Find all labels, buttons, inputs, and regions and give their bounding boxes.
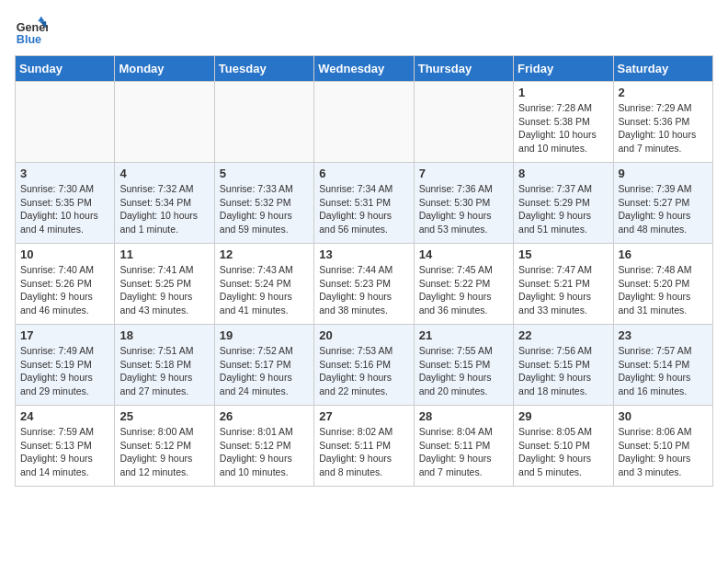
- day-info: Sunrise: 7:39 AM Sunset: 5:27 PM Dayligh…: [619, 182, 708, 236]
- day-number: 28: [419, 409, 508, 423]
- calendar-cell: [314, 82, 414, 163]
- svg-marker-2: [38, 17, 44, 21]
- day-number: 7: [419, 167, 508, 180]
- day-info: Sunrise: 8:00 AM Sunset: 5:12 PM Dayligh…: [119, 425, 209, 479]
- calendar-cell: 16Sunrise: 7:48 AM Sunset: 5:20 PM Dayli…: [613, 244, 712, 325]
- day-info: Sunrise: 7:55 AM Sunset: 5:15 PM Dayligh…: [419, 344, 508, 398]
- day-number: 5: [220, 167, 309, 180]
- day-number: 8: [518, 167, 608, 180]
- calendar-cell: 10Sunrise: 7:40 AM Sunset: 5:26 PM Dayli…: [16, 244, 115, 325]
- day-number: 4: [119, 167, 209, 180]
- calendar-cell: 8Sunrise: 7:37 AM Sunset: 5:29 PM Daylig…: [514, 163, 613, 244]
- weekday-header: Saturday: [613, 56, 712, 82]
- day-number: 6: [319, 167, 408, 180]
- calendar-cell: 25Sunrise: 8:00 AM Sunset: 5:12 PM Dayli…: [115, 406, 214, 487]
- day-number: 2: [619, 86, 708, 99]
- day-number: 22: [518, 328, 608, 342]
- day-info: Sunrise: 7:49 AM Sunset: 5:19 PM Dayligh…: [20, 344, 109, 398]
- day-number: 10: [20, 247, 109, 261]
- day-info: Sunrise: 7:37 AM Sunset: 5:29 PM Dayligh…: [518, 182, 608, 236]
- day-number: 17: [20, 328, 109, 342]
- day-number: 16: [619, 247, 708, 261]
- day-info: Sunrise: 7:32 AM Sunset: 5:34 PM Dayligh…: [119, 182, 209, 236]
- day-number: 9: [619, 167, 708, 180]
- day-info: Sunrise: 7:30 AM Sunset: 5:35 PM Dayligh…: [20, 182, 109, 236]
- calendar-cell: 18Sunrise: 7:51 AM Sunset: 5:18 PM Dayli…: [115, 325, 214, 406]
- calendar-cell: 26Sunrise: 8:01 AM Sunset: 5:12 PM Dayli…: [214, 406, 313, 487]
- calendar-cell: 21Sunrise: 7:55 AM Sunset: 5:15 PM Dayli…: [414, 325, 513, 406]
- day-number: 26: [220, 409, 309, 423]
- calendar-cell: 17Sunrise: 7:49 AM Sunset: 5:19 PM Dayli…: [16, 325, 115, 406]
- day-number: 29: [518, 409, 608, 423]
- calendar-cell: 3Sunrise: 7:30 AM Sunset: 5:35 PM Daylig…: [16, 163, 115, 244]
- weekday-header: Friday: [514, 56, 613, 82]
- page-header: General Blue: [15, 15, 713, 48]
- day-info: Sunrise: 7:43 AM Sunset: 5:24 PM Dayligh…: [220, 263, 309, 317]
- calendar-cell: 20Sunrise: 7:53 AM Sunset: 5:16 PM Dayli…: [314, 325, 414, 406]
- day-number: 18: [119, 328, 209, 342]
- calendar-cell: 7Sunrise: 7:36 AM Sunset: 5:30 PM Daylig…: [414, 163, 513, 244]
- day-number: 24: [20, 409, 109, 423]
- calendar-cell: 23Sunrise: 7:57 AM Sunset: 5:14 PM Dayli…: [613, 325, 712, 406]
- day-info: Sunrise: 7:51 AM Sunset: 5:18 PM Dayligh…: [119, 344, 209, 398]
- day-number: 13: [319, 247, 408, 261]
- day-info: Sunrise: 7:52 AM Sunset: 5:17 PM Dayligh…: [220, 344, 309, 398]
- day-number: 30: [619, 409, 708, 423]
- day-info: Sunrise: 7:40 AM Sunset: 5:26 PM Dayligh…: [20, 263, 109, 317]
- calendar-cell: 12Sunrise: 7:43 AM Sunset: 5:24 PM Dayli…: [214, 244, 313, 325]
- day-info: Sunrise: 8:04 AM Sunset: 5:11 PM Dayligh…: [419, 425, 508, 479]
- day-info: Sunrise: 8:06 AM Sunset: 5:10 PM Dayligh…: [619, 425, 708, 479]
- weekday-header: Sunday: [16, 56, 115, 82]
- day-number: 20: [319, 328, 408, 342]
- calendar-cell: [16, 82, 115, 163]
- calendar-cell: 15Sunrise: 7:47 AM Sunset: 5:21 PM Dayli…: [514, 244, 613, 325]
- calendar-cell: [414, 82, 513, 163]
- calendar-cell: 22Sunrise: 7:56 AM Sunset: 5:15 PM Dayli…: [514, 325, 613, 406]
- calendar-cell: 28Sunrise: 8:04 AM Sunset: 5:11 PM Dayli…: [414, 406, 513, 487]
- calendar-table: SundayMondayTuesdayWednesdayThursdayFrid…: [15, 55, 713, 487]
- day-number: 25: [119, 409, 209, 423]
- day-number: 3: [20, 167, 109, 180]
- day-number: 12: [220, 247, 309, 261]
- day-info: Sunrise: 8:02 AM Sunset: 5:11 PM Dayligh…: [319, 425, 408, 479]
- calendar-cell: 27Sunrise: 8:02 AM Sunset: 5:11 PM Dayli…: [314, 406, 414, 487]
- calendar-cell: [214, 82, 313, 163]
- calendar-cell: 24Sunrise: 7:59 AM Sunset: 5:13 PM Dayli…: [16, 406, 115, 487]
- day-info: Sunrise: 7:59 AM Sunset: 5:13 PM Dayligh…: [20, 425, 109, 479]
- calendar-cell: 11Sunrise: 7:41 AM Sunset: 5:25 PM Dayli…: [115, 244, 214, 325]
- calendar-cell: 30Sunrise: 8:06 AM Sunset: 5:10 PM Dayli…: [613, 406, 712, 487]
- calendar-cell: 9Sunrise: 7:39 AM Sunset: 5:27 PM Daylig…: [613, 163, 712, 244]
- day-number: 21: [419, 328, 508, 342]
- day-number: 14: [419, 247, 508, 261]
- svg-text:Blue: Blue: [17, 33, 41, 46]
- day-info: Sunrise: 7:36 AM Sunset: 5:30 PM Dayligh…: [419, 182, 508, 236]
- calendar-cell: 4Sunrise: 7:32 AM Sunset: 5:34 PM Daylig…: [115, 163, 214, 244]
- day-info: Sunrise: 7:29 AM Sunset: 5:36 PM Dayligh…: [619, 101, 708, 155]
- weekday-header: Thursday: [414, 56, 513, 82]
- weekday-header: Tuesday: [214, 56, 313, 82]
- day-info: Sunrise: 7:56 AM Sunset: 5:15 PM Dayligh…: [518, 344, 608, 398]
- day-number: 23: [619, 328, 708, 342]
- logo-icon: General Blue: [15, 15, 48, 48]
- day-info: Sunrise: 8:05 AM Sunset: 5:10 PM Dayligh…: [518, 425, 608, 479]
- calendar-cell: 13Sunrise: 7:44 AM Sunset: 5:23 PM Dayli…: [314, 244, 414, 325]
- day-info: Sunrise: 7:28 AM Sunset: 5:38 PM Dayligh…: [518, 101, 608, 155]
- day-number: 11: [119, 247, 209, 261]
- weekday-header: Monday: [115, 56, 214, 82]
- weekday-header: Wednesday: [314, 56, 414, 82]
- day-number: 19: [220, 328, 309, 342]
- day-info: Sunrise: 7:47 AM Sunset: 5:21 PM Dayligh…: [518, 263, 608, 317]
- day-info: Sunrise: 7:44 AM Sunset: 5:23 PM Dayligh…: [319, 263, 408, 317]
- day-info: Sunrise: 7:34 AM Sunset: 5:31 PM Dayligh…: [319, 182, 408, 236]
- calendar-cell: [115, 82, 214, 163]
- calendar-cell: 5Sunrise: 7:33 AM Sunset: 5:32 PM Daylig…: [214, 163, 313, 244]
- calendar-cell: 1Sunrise: 7:28 AM Sunset: 5:38 PM Daylig…: [514, 82, 613, 163]
- calendar-cell: 6Sunrise: 7:34 AM Sunset: 5:31 PM Daylig…: [314, 163, 414, 244]
- day-info: Sunrise: 8:01 AM Sunset: 5:12 PM Dayligh…: [220, 425, 309, 479]
- day-info: Sunrise: 7:53 AM Sunset: 5:16 PM Dayligh…: [319, 344, 408, 398]
- calendar-cell: 14Sunrise: 7:45 AM Sunset: 5:22 PM Dayli…: [414, 244, 513, 325]
- day-info: Sunrise: 7:33 AM Sunset: 5:32 PM Dayligh…: [220, 182, 309, 236]
- calendar-cell: 19Sunrise: 7:52 AM Sunset: 5:17 PM Dayli…: [214, 325, 313, 406]
- day-number: 1: [518, 86, 608, 99]
- day-info: Sunrise: 7:57 AM Sunset: 5:14 PM Dayligh…: [619, 344, 708, 398]
